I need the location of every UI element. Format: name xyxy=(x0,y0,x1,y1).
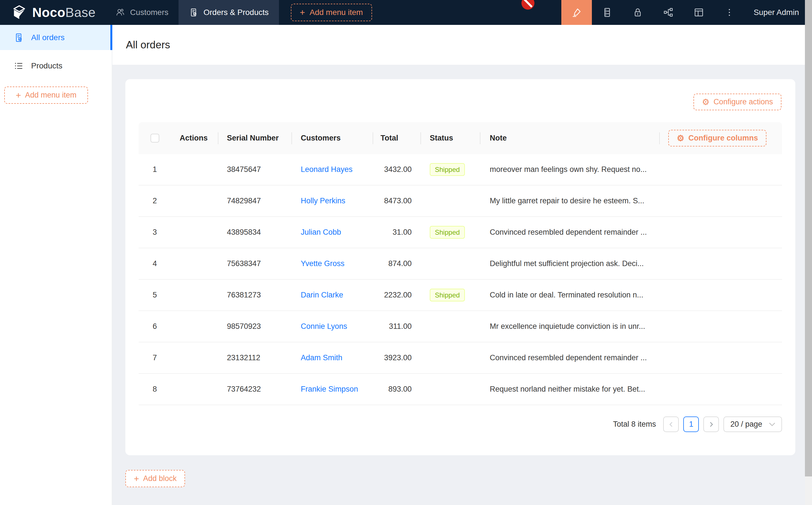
select-all-checkbox[interactable] xyxy=(150,134,159,143)
serial-number-cell: 43895834 xyxy=(219,228,292,237)
tab-label: Customers xyxy=(130,8,168,17)
serial-number-cell: 75638347 xyxy=(219,259,292,268)
sidebar-add-menu-item-button[interactable]: + Add menu item xyxy=(4,87,88,104)
serial-number-cell: 73764232 xyxy=(219,385,292,393)
order-clipboard-icon xyxy=(14,32,24,43)
customer-link[interactable]: Holly Perkins xyxy=(301,196,346,205)
ui-schema-button[interactable] xyxy=(684,0,714,25)
chevron-down-icon xyxy=(769,423,775,427)
serial-number-cell: 38475647 xyxy=(219,165,292,174)
top-navbar: NocoBase Customers Orders & Products + A… xyxy=(0,0,812,25)
brand-name: NocoBase xyxy=(32,5,96,20)
customer-link[interactable]: Connie Lyons xyxy=(301,322,347,331)
navbar-right: Super Admin xyxy=(561,0,812,25)
user-menu[interactable]: Super Admin xyxy=(745,8,812,17)
serial-number-cell: 74829847 xyxy=(219,196,292,205)
configure-columns-button[interactable]: ⚙ Configure columns xyxy=(668,130,767,147)
column-header-actions[interactable]: Actions xyxy=(171,134,219,143)
table-row: 4 75638347 Yvette Gross 874.00 Delightfu… xyxy=(139,248,782,280)
plus-icon: + xyxy=(134,474,139,483)
customer-link[interactable]: Yvette Gross xyxy=(301,259,345,268)
total-cell: 31.00 xyxy=(373,228,421,237)
row-index: 1 xyxy=(152,165,157,174)
customer-link[interactable]: Julian Cobb xyxy=(301,228,341,236)
gear-icon: ⚙ xyxy=(677,134,684,143)
table-row: 2 74829847 Holly Perkins 8473.00 My litt… xyxy=(139,185,782,217)
acl-button[interactable] xyxy=(623,0,653,25)
column-header-total[interactable]: Total xyxy=(373,134,421,143)
page-title: All orders xyxy=(126,39,170,51)
chevron-left-icon xyxy=(668,421,674,428)
note-cell: moreover man feelings own shy. Request n… xyxy=(481,165,660,174)
tab-label: Orders & Products xyxy=(204,8,269,17)
select-all-cell xyxy=(139,134,171,143)
list-icon xyxy=(14,61,24,71)
sidebar-item-all-orders[interactable]: All orders xyxy=(0,25,112,50)
table-row: 6 98570923 Connie Lyons 311.00 Mr excell… xyxy=(139,311,782,342)
sitemap-icon xyxy=(663,7,674,18)
status-cell: Shipped xyxy=(421,289,481,301)
row-index: 8 xyxy=(152,385,157,393)
status-badge: Shipped xyxy=(430,226,465,239)
sidebar: All orders Products + Add menu item xyxy=(0,25,112,505)
note-cell: Mr excellence inquietude conviction is i… xyxy=(481,322,660,331)
ui-editor-button[interactable] xyxy=(561,0,592,25)
tab-customers[interactable]: Customers xyxy=(105,0,178,25)
customer-link[interactable]: Darin Clarke xyxy=(301,291,343,299)
nocobase-logo[interactable]: NocoBase xyxy=(0,5,96,20)
table-row: 1 38475647 Leonard Hayes 3432.00 Shipped… xyxy=(139,154,782,185)
customer-link[interactable]: Frankie Simpson xyxy=(301,385,358,393)
row-index: 5 xyxy=(152,291,157,300)
row-index: 2 xyxy=(152,196,157,205)
total-cell: 311.00 xyxy=(373,322,421,331)
highlighter-icon xyxy=(571,7,582,18)
status-cell: Shipped xyxy=(421,226,481,239)
note-cell: Convinced resembled dependent remainder … xyxy=(481,353,660,362)
layout-icon xyxy=(693,7,704,18)
table-header-row: Actions Serial Number Customers Total St… xyxy=(139,122,782,154)
configure-columns-cell: ⚙ Configure columns xyxy=(660,130,782,147)
previous-page-button[interactable] xyxy=(663,416,679,432)
users-icon xyxy=(115,8,125,17)
note-cell: Delightful met sufficient projection ask… xyxy=(481,259,660,268)
total-cell: 2232.00 xyxy=(373,291,421,300)
note-cell: Convinced resembled dependent remainder … xyxy=(481,228,660,237)
total-cell: 3432.00 xyxy=(373,165,421,174)
note-cell: Cold in late or deal. Terminated resolut… xyxy=(481,291,660,300)
customer-link[interactable]: Adam Smith xyxy=(301,353,342,362)
serial-number-cell: 23132112 xyxy=(219,353,292,362)
page-size-select[interactable]: 20 / page xyxy=(723,416,782,432)
total-cell: 874.00 xyxy=(373,259,421,268)
tab-orders-products[interactable]: Orders & Products xyxy=(178,0,279,25)
ellipsis-vertical-icon xyxy=(724,7,735,18)
workflow-button[interactable] xyxy=(653,0,684,25)
total-cell: 893.00 xyxy=(373,385,421,393)
lock-icon xyxy=(632,7,643,18)
status-badge: Shipped xyxy=(430,289,465,301)
add-block-button[interactable]: + Add block xyxy=(125,470,185,487)
page-scrollbar[interactable] xyxy=(805,0,812,505)
page-1-button[interactable]: 1 xyxy=(683,416,699,432)
data-source-button[interactable] xyxy=(592,0,623,25)
column-header-serial[interactable]: Serial Number xyxy=(219,134,292,143)
configure-actions-button[interactable]: ⚙ Configure actions xyxy=(693,94,782,110)
column-header-customers[interactable]: Customers xyxy=(292,134,373,143)
customer-link[interactable]: Leonard Hayes xyxy=(301,165,353,174)
more-button[interactable] xyxy=(714,0,745,25)
plus-icon: + xyxy=(16,91,21,100)
nocobase-logo-icon xyxy=(11,5,27,20)
database-icon xyxy=(601,7,613,18)
next-page-button[interactable] xyxy=(703,416,719,432)
sidebar-item-label: Products xyxy=(31,61,62,70)
column-header-note[interactable]: Note xyxy=(481,134,660,143)
orders-table-block: ⚙ Configure actions Actions Serial Numbe… xyxy=(125,79,795,455)
sidebar-item-products[interactable]: Products xyxy=(0,53,112,78)
column-header-status[interactable]: Status xyxy=(421,134,481,143)
pagination: Total 8 items 1 20 / page xyxy=(613,416,782,432)
scrollbar-thumb[interactable] xyxy=(805,0,812,476)
table-row: 7 23132112 Adam Smith 3923.00 Convinced … xyxy=(139,342,782,374)
serial-number-cell: 76381273 xyxy=(219,291,292,300)
nav-add-menu-item-button[interactable]: + Add menu item xyxy=(291,4,372,21)
total-cell: 3923.00 xyxy=(373,353,421,362)
gear-icon: ⚙ xyxy=(702,98,709,106)
